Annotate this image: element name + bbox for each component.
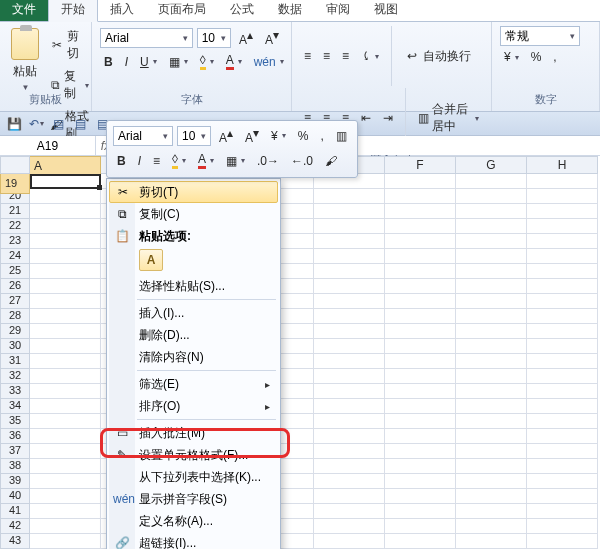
row-header[interactable]: 36 bbox=[0, 429, 30, 444]
cell[interactable] bbox=[527, 219, 598, 234]
col-header[interactable]: G bbox=[456, 156, 527, 174]
cell[interactable] bbox=[385, 429, 456, 444]
cell[interactable] bbox=[314, 459, 385, 474]
worksheet-grid[interactable]: A B C D E F G H 192021222324252627282930… bbox=[0, 156, 600, 549]
orientation-button[interactable]: ⤹▾ bbox=[357, 47, 383, 65]
ctx-define-name[interactable]: 定义名称(A)... bbox=[109, 510, 278, 532]
cell[interactable] bbox=[314, 534, 385, 549]
mini-dec-decimal[interactable]: ←.0 bbox=[287, 152, 317, 170]
cell[interactable] bbox=[314, 264, 385, 279]
cell[interactable] bbox=[385, 534, 456, 549]
ctx-sort[interactable]: 排序(O) bbox=[109, 395, 278, 417]
col-header[interactable]: H bbox=[527, 156, 598, 174]
cell[interactable] bbox=[30, 489, 101, 504]
cell[interactable] bbox=[527, 504, 598, 519]
cell[interactable] bbox=[456, 369, 527, 384]
paste-button[interactable]: 粘贴 ▼ bbox=[8, 26, 42, 94]
cell[interactable] bbox=[385, 189, 456, 204]
cell[interactable] bbox=[456, 174, 527, 189]
mini-inc-decimal[interactable]: .0→ bbox=[253, 152, 283, 170]
cell[interactable] bbox=[527, 369, 598, 384]
tab-insert[interactable]: 插入 bbox=[98, 0, 146, 21]
font-color-button[interactable]: A▾ bbox=[222, 51, 246, 72]
row-header[interactable]: 34 bbox=[0, 399, 30, 414]
row-header[interactable]: 42 bbox=[0, 519, 30, 534]
row-header[interactable]: 25 bbox=[0, 264, 30, 279]
ctx-cut[interactable]: ✂剪切(T) bbox=[109, 181, 278, 203]
qat-item-2[interactable]: ▤ bbox=[72, 116, 88, 132]
cell[interactable] bbox=[314, 354, 385, 369]
cell[interactable] bbox=[30, 399, 101, 414]
row-header[interactable]: 43 bbox=[0, 534, 30, 549]
mini-accounting[interactable]: ¥▾ bbox=[267, 127, 290, 145]
cell[interactable] bbox=[456, 234, 527, 249]
cell[interactable] bbox=[30, 354, 101, 369]
cell[interactable] bbox=[30, 519, 101, 534]
cell[interactable] bbox=[527, 324, 598, 339]
cell[interactable] bbox=[385, 204, 456, 219]
cell[interactable] bbox=[314, 339, 385, 354]
cell[interactable] bbox=[527, 534, 598, 549]
cell[interactable] bbox=[30, 504, 101, 519]
cell[interactable] bbox=[30, 414, 101, 429]
cell[interactable] bbox=[314, 444, 385, 459]
row-header[interactable]: 39 bbox=[0, 474, 30, 489]
qat-save-button[interactable]: 💾 bbox=[6, 116, 22, 132]
cell[interactable] bbox=[314, 234, 385, 249]
row-header[interactable]: 23 bbox=[0, 234, 30, 249]
decrease-indent-button[interactable]: ⇤ bbox=[357, 109, 375, 127]
cell[interactable] bbox=[527, 204, 598, 219]
cell[interactable] bbox=[527, 174, 598, 189]
cell[interactable] bbox=[527, 234, 598, 249]
cell[interactable] bbox=[30, 324, 101, 339]
cell[interactable] bbox=[314, 369, 385, 384]
ctx-hyperlink[interactable]: 🔗超链接(I)... bbox=[109, 532, 278, 549]
row-header[interactable]: 32 bbox=[0, 369, 30, 384]
paste-option-keep-source[interactable]: A bbox=[139, 249, 163, 271]
row-header[interactable]: 41 bbox=[0, 504, 30, 519]
ctx-delete[interactable]: 删除(D)... bbox=[109, 324, 278, 346]
mini-grow-font[interactable]: A▴ bbox=[215, 124, 237, 147]
row-header[interactable]: 29 bbox=[0, 324, 30, 339]
mini-align[interactable]: ≡ bbox=[149, 152, 164, 170]
ctx-format-cells[interactable]: ✎设置单元格格式(F)... bbox=[109, 444, 278, 466]
phonetic-button[interactable]: wén▾ bbox=[250, 53, 288, 71]
cell[interactable] bbox=[385, 309, 456, 324]
name-box[interactable]: A19 bbox=[0, 136, 96, 155]
ctx-copy[interactable]: ⧉复制(C) bbox=[109, 203, 278, 225]
cell[interactable] bbox=[527, 399, 598, 414]
cell[interactable] bbox=[527, 429, 598, 444]
bold-button[interactable]: B bbox=[100, 53, 117, 71]
cell[interactable] bbox=[456, 474, 527, 489]
cell[interactable] bbox=[385, 354, 456, 369]
cell[interactable] bbox=[314, 309, 385, 324]
row-header[interactable]: 33 bbox=[0, 384, 30, 399]
cell[interactable] bbox=[30, 339, 101, 354]
cell[interactable] bbox=[527, 459, 598, 474]
cell[interactable] bbox=[30, 189, 101, 204]
tab-review[interactable]: 审阅 bbox=[314, 0, 362, 21]
cell[interactable] bbox=[314, 474, 385, 489]
mini-comma[interactable]: , bbox=[316, 127, 327, 145]
cell[interactable] bbox=[385, 414, 456, 429]
cell[interactable] bbox=[456, 519, 527, 534]
qat-item-1[interactable]: ▤ bbox=[50, 116, 66, 132]
cell[interactable] bbox=[385, 504, 456, 519]
cell[interactable] bbox=[314, 249, 385, 264]
cell[interactable] bbox=[456, 399, 527, 414]
cell[interactable] bbox=[527, 189, 598, 204]
tab-formulas[interactable]: 公式 bbox=[218, 0, 266, 21]
select-all-corner[interactable] bbox=[0, 156, 30, 174]
cell[interactable] bbox=[385, 399, 456, 414]
tab-data[interactable]: 数据 bbox=[266, 0, 314, 21]
cell[interactable] bbox=[314, 219, 385, 234]
cell[interactable] bbox=[385, 264, 456, 279]
ctx-filter[interactable]: 筛选(E) bbox=[109, 373, 278, 395]
decrease-font-button[interactable]: A▾ bbox=[261, 26, 283, 49]
cell[interactable] bbox=[385, 489, 456, 504]
cell[interactable] bbox=[456, 504, 527, 519]
cell[interactable] bbox=[314, 294, 385, 309]
cell[interactable] bbox=[527, 249, 598, 264]
cell[interactable] bbox=[385, 519, 456, 534]
col-header[interactable]: A bbox=[30, 156, 101, 176]
